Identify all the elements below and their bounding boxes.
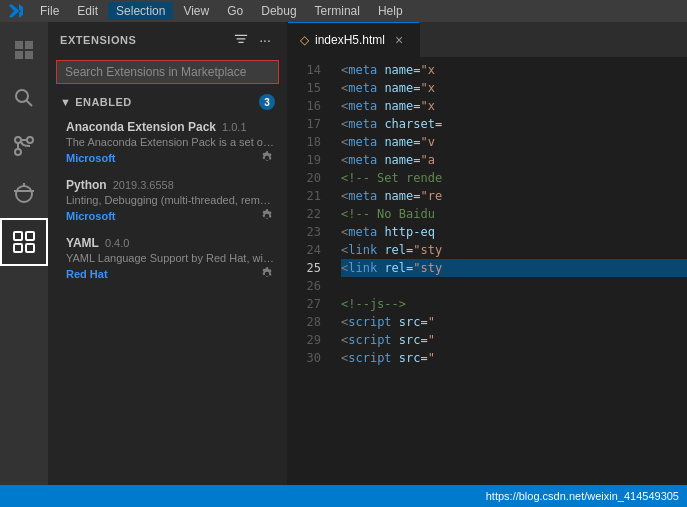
ext-version: 2019.3.6558 (113, 179, 174, 191)
tab-close-button[interactable]: × (391, 32, 407, 48)
section-header-left: ▼ ENABLED (60, 96, 132, 108)
svg-rect-8 (14, 232, 22, 240)
ext-name: Python (66, 178, 107, 192)
section-badge: 3 (259, 94, 275, 110)
menu-edit[interactable]: Edit (69, 2, 106, 20)
svg-rect-11 (26, 244, 34, 252)
code-line: <meta name="x (341, 79, 687, 97)
code-line (341, 277, 687, 295)
app-logo (8, 3, 24, 19)
line-number: 19 (288, 151, 333, 169)
sidebar: EXTENSIONS ··· ▼ ENABLED (48, 22, 288, 485)
code-content: <meta name="x <meta name="x <meta name="… (333, 57, 687, 485)
tab-filename: indexH5.html (315, 33, 385, 47)
editor-area: ◇ indexH5.html × 14151617181920212223242… (288, 22, 687, 485)
ext-publisher: Microsoft (66, 210, 116, 222)
line-number: 26 (288, 277, 333, 295)
more-actions-button[interactable]: ··· (255, 30, 275, 50)
line-number: 25 (288, 259, 333, 277)
ext-description: YAML Language Support by Red Hat, with b… (66, 252, 275, 264)
line-number: 23 (288, 223, 333, 241)
activity-debug[interactable] (0, 170, 48, 218)
ext-publisher: Microsoft (66, 152, 116, 164)
code-line: <meta charset= (341, 115, 687, 133)
tab-indexh5[interactable]: ◇ indexH5.html × (288, 22, 420, 57)
file-icon: ◇ (300, 33, 309, 47)
menu-selection[interactable]: Selection (108, 2, 173, 20)
line-number: 30 (288, 349, 333, 367)
activity-bar (0, 22, 48, 485)
ext-footer: Microsoft (66, 150, 275, 166)
ext-name: Anaconda Extension Pack (66, 120, 216, 134)
code-line: <link rel="sty (341, 241, 687, 259)
ext-description: The Anaconda Extension Pack is a set of … (66, 136, 275, 148)
svg-point-0 (16, 90, 28, 102)
line-number: 21 (288, 187, 333, 205)
extensions-list: ▼ ENABLED 3 Anaconda Extension Pack 1.0.… (48, 90, 287, 485)
activity-extensions[interactable] (0, 218, 48, 266)
menu-file[interactable]: File (32, 2, 67, 20)
code-line: <meta name="x (341, 61, 687, 79)
line-number: 17 (288, 115, 333, 133)
activity-search[interactable] (0, 74, 48, 122)
svg-point-5 (16, 186, 32, 202)
code-line: <!-- No Baidu (341, 205, 687, 223)
svg-rect-9 (26, 232, 34, 240)
line-number: 18 (288, 133, 333, 151)
line-number: 20 (288, 169, 333, 187)
menubar: File Edit Selection View Go Debug Termin… (0, 0, 687, 22)
line-number: 27 (288, 295, 333, 313)
ext-footer: Microsoft (66, 208, 275, 224)
line-number: 24 (288, 241, 333, 259)
svg-point-4 (15, 149, 21, 155)
code-line: <meta name="x (341, 97, 687, 115)
svg-rect-10 (14, 244, 22, 252)
ext-version: 1.0.1 (222, 121, 246, 133)
code-line: <!-- Set rende (341, 169, 687, 187)
ext-header: YAML 0.4.0 (66, 236, 275, 250)
ext-header: Anaconda Extension Pack 1.0.1 (66, 120, 275, 134)
menu-view[interactable]: View (175, 2, 217, 20)
search-box[interactable] (56, 60, 279, 84)
tabs-bar: ◇ indexH5.html × (288, 22, 687, 57)
status-bar: https://blog.csdn.net/weixin_414549305 (0, 485, 687, 507)
line-numbers: 1415161718192021222324252627282930 (288, 57, 333, 485)
line-number: 22 (288, 205, 333, 223)
ext-footer: Red Hat (66, 266, 275, 282)
ext-version: 0.4.0 (105, 237, 129, 249)
sidebar-actions: ··· (231, 30, 275, 50)
menu-terminal[interactable]: Terminal (307, 2, 368, 20)
line-number: 28 (288, 313, 333, 331)
code-line: <script src=" (341, 331, 687, 349)
search-input[interactable] (65, 65, 270, 79)
ext-name: YAML (66, 236, 99, 250)
status-url: https://blog.csdn.net/weixin_414549305 (486, 490, 679, 502)
code-line: <meta name="v (341, 133, 687, 151)
ext-gear-button[interactable] (259, 208, 275, 224)
activity-source-control[interactable] (0, 122, 48, 170)
ext-description: Linting, Debugging (multi-threaded, remo… (66, 194, 275, 206)
extension-item-yaml[interactable]: YAML 0.4.0 YAML Language Support by Red … (48, 230, 287, 288)
svg-point-3 (27, 137, 33, 143)
main-layout: EXTENSIONS ··· ▼ ENABLED (0, 22, 687, 485)
extension-item-anaconda[interactable]: Anaconda Extension Pack 1.0.1 The Anacon… (48, 114, 287, 172)
section-header-enabled[interactable]: ▼ ENABLED 3 (48, 90, 287, 114)
code-area: 1415161718192021222324252627282930 <meta… (288, 57, 687, 485)
code-line: <script src=" (341, 349, 687, 367)
svg-line-1 (27, 101, 33, 107)
menu-help[interactable]: Help (370, 2, 411, 20)
activity-explorer[interactable] (0, 26, 48, 74)
ext-gear-button[interactable] (259, 150, 275, 166)
section-label: ENABLED (75, 96, 131, 108)
sort-extensions-button[interactable] (231, 30, 251, 50)
menu-debug[interactable]: Debug (253, 2, 304, 20)
ext-publisher: Red Hat (66, 268, 108, 280)
menu-go[interactable]: Go (219, 2, 251, 20)
code-line: <link rel="sty (341, 259, 687, 277)
code-line: <meta http-eq (341, 223, 687, 241)
collapse-icon: ▼ (60, 96, 71, 108)
line-number: 14 (288, 61, 333, 79)
extension-item-python[interactable]: Python 2019.3.6558 Linting, Debugging (m… (48, 172, 287, 230)
sidebar-header: EXTENSIONS ··· (48, 22, 287, 56)
ext-gear-button[interactable] (259, 266, 275, 282)
